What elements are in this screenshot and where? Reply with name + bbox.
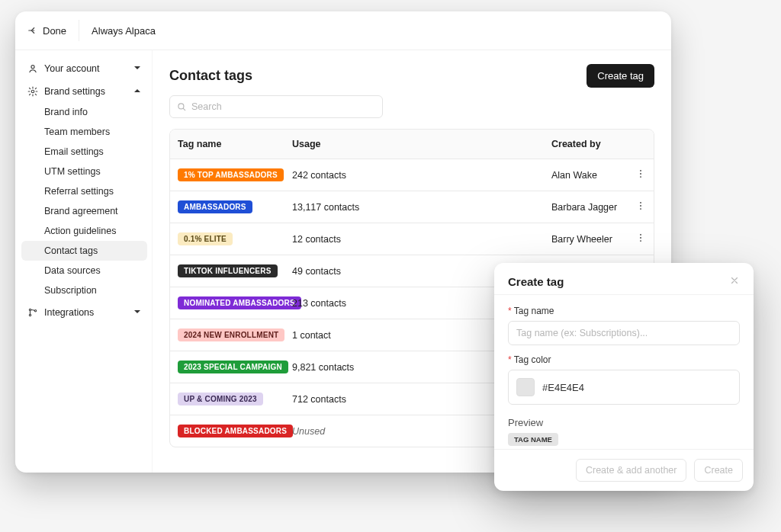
done-button[interactable]: Done bbox=[27, 20, 79, 41]
sidebar-group-integrations[interactable]: Integrations bbox=[21, 302, 147, 323]
color-swatch[interactable] bbox=[516, 378, 535, 396]
tag-pill[interactable]: 2024 NEW ENROLLMENT bbox=[178, 328, 284, 341]
tag-color-label: Tag color bbox=[508, 354, 740, 365]
back-arrow-icon bbox=[27, 25, 38, 36]
create-tag-button[interactable]: Create tag bbox=[587, 64, 654, 88]
search-icon bbox=[176, 101, 187, 112]
row-menu-button[interactable] bbox=[628, 191, 654, 223]
svg-point-13 bbox=[640, 237, 641, 239]
chevron-down-icon bbox=[133, 307, 141, 318]
sidebar: Your accountBrand settingsBrand infoTeam… bbox=[15, 50, 153, 473]
sidebar-item-data-sources[interactable]: Data sources bbox=[21, 261, 147, 280]
sidebar-group-label: Integrations bbox=[44, 307, 94, 318]
sidebar-item-team-members[interactable]: Team members bbox=[21, 122, 147, 142]
tag-color-value: #E4E4E4 bbox=[542, 382, 584, 393]
tag-color-picker[interactable]: #E4E4E4 bbox=[508, 370, 740, 405]
branch-icon bbox=[27, 307, 38, 318]
svg-point-5 bbox=[178, 104, 184, 109]
table-row: 1% TOP AMBASSADORS242 contactsAlan Wake bbox=[170, 159, 654, 191]
close-icon[interactable] bbox=[729, 275, 740, 288]
usage-cell: 12 contacts bbox=[284, 225, 544, 254]
sidebar-item-brand-info[interactable]: Brand info bbox=[21, 102, 147, 122]
kebab-icon bbox=[635, 168, 646, 181]
creator-cell: Alan Wake bbox=[544, 161, 628, 190]
creator-cell: Barbara Jagger bbox=[544, 193, 628, 222]
row-menu-button[interactable] bbox=[628, 223, 654, 255]
tag-cell: NOMINATED AMBASSADORS bbox=[170, 287, 284, 319]
tag-cell: AMBASSADORS bbox=[170, 191, 284, 223]
svg-point-9 bbox=[640, 202, 641, 204]
modal-title: Create tag bbox=[508, 275, 564, 288]
col-actions bbox=[628, 130, 654, 159]
tag-cell: BLOCKED AMBASSADORS bbox=[170, 415, 284, 447]
modal-body: Tag name Tag color #E4E4E4 Preview TAG N… bbox=[494, 295, 754, 449]
gear-icon bbox=[27, 86, 38, 97]
modal-header: Create tag bbox=[494, 263, 754, 295]
sidebar-group-brand-settings[interactable]: Brand settings bbox=[21, 81, 147, 102]
creator-cell: Barry Wheeler bbox=[544, 225, 628, 254]
table-row: 0.1% ELITE12 contactsBarry Wheeler bbox=[170, 223, 654, 255]
table-row: AMBASSADORS13,117 contactsBarbara Jagger bbox=[170, 191, 654, 223]
tag-pill[interactable]: NOMINATED AMBASSADORS bbox=[178, 296, 301, 309]
kebab-icon bbox=[635, 200, 646, 213]
top-bar: Done Always Alpaca bbox=[15, 11, 671, 50]
sidebar-item-referral-settings[interactable]: Referral settings bbox=[21, 181, 147, 201]
search-input[interactable] bbox=[169, 95, 383, 118]
page-title: Contact tags bbox=[169, 68, 252, 84]
tag-pill[interactable]: BLOCKED AMBASSADORS bbox=[178, 425, 293, 437]
col-created-by[interactable]: Created by bbox=[544, 130, 628, 159]
search-wrapper bbox=[169, 95, 383, 118]
preview-label: Preview bbox=[508, 417, 740, 428]
svg-point-14 bbox=[640, 240, 641, 242]
table-header: Tag name Usage Created by bbox=[170, 130, 654, 159]
svg-point-1 bbox=[31, 90, 34, 93]
svg-point-11 bbox=[640, 208, 641, 210]
svg-point-0 bbox=[31, 66, 34, 69]
tag-name-input[interactable] bbox=[508, 321, 740, 345]
tag-pill[interactable]: TIKTOK INFLUENCERS bbox=[178, 264, 278, 277]
sidebar-group-your-account[interactable]: Your account bbox=[21, 58, 147, 79]
col-tag-name[interactable]: Tag name bbox=[170, 130, 284, 159]
tag-cell: 2024 NEW ENROLLMENT bbox=[170, 319, 284, 351]
svg-point-8 bbox=[640, 176, 641, 178]
tag-cell: TIKTOK INFLUENCERS bbox=[170, 255, 284, 287]
svg-point-10 bbox=[640, 205, 641, 207]
tag-pill[interactable]: UP & COMING 2023 bbox=[178, 393, 263, 405]
usage-cell: 13,117 contacts bbox=[284, 193, 544, 222]
create-button[interactable]: Create bbox=[694, 459, 743, 482]
svg-point-12 bbox=[640, 234, 641, 236]
tag-name-label: Tag name bbox=[508, 306, 740, 316]
kebab-icon bbox=[635, 232, 646, 245]
brand-name[interactable]: Always Alpaca bbox=[92, 25, 156, 37]
preview-pill: TAG NAME bbox=[508, 433, 558, 446]
tag-pill[interactable]: 1% TOP AMBASSADORS bbox=[178, 168, 284, 181]
chevron-up-icon bbox=[133, 86, 141, 97]
usage-cell: 242 contacts bbox=[284, 161, 544, 190]
chevron-down-icon bbox=[133, 63, 141, 74]
tag-cell: UP & COMING 2023 bbox=[170, 383, 284, 415]
create-add-another-button[interactable]: Create & add another bbox=[576, 459, 687, 482]
sidebar-item-action-guidelines[interactable]: Action guidelines bbox=[21, 221, 147, 241]
sidebar-item-contact-tags[interactable]: Contact tags bbox=[21, 241, 147, 261]
tag-pill[interactable]: AMBASSADORS bbox=[178, 200, 252, 213]
row-menu-button[interactable] bbox=[628, 159, 654, 191]
tag-pill[interactable]: 0.1% ELITE bbox=[178, 232, 233, 245]
sidebar-item-email-settings[interactable]: Email settings bbox=[21, 142, 147, 162]
svg-point-7 bbox=[640, 173, 641, 175]
user-icon bbox=[27, 63, 38, 74]
svg-point-6 bbox=[640, 170, 641, 171]
sidebar-group-label: Brand settings bbox=[44, 86, 105, 97]
sidebar-item-utm-settings[interactable]: UTM settings bbox=[21, 162, 147, 181]
page-header: Contact tags Create tag bbox=[169, 64, 654, 88]
done-label: Done bbox=[43, 25, 66, 37]
modal-actions: Create & add another Create bbox=[494, 449, 754, 491]
create-tag-modal: Create tag Tag name Tag color #E4E4E4 Pr… bbox=[494, 263, 754, 491]
sidebar-group-label: Your account bbox=[44, 63, 100, 74]
tag-cell: 1% TOP AMBASSADORS bbox=[170, 159, 284, 191]
tag-cell: 2023 SPECIAL CAMPAIGN bbox=[170, 351, 284, 383]
sidebar-item-subscription[interactable]: Subscription bbox=[21, 280, 147, 300]
col-usage[interactable]: Usage bbox=[284, 130, 544, 159]
tag-pill[interactable]: 2023 SPECIAL CAMPAIGN bbox=[178, 361, 288, 373]
sidebar-item-brand-agreement[interactable]: Brand agreement bbox=[21, 201, 147, 221]
tag-cell: 0.1% ELITE bbox=[170, 223, 284, 255]
